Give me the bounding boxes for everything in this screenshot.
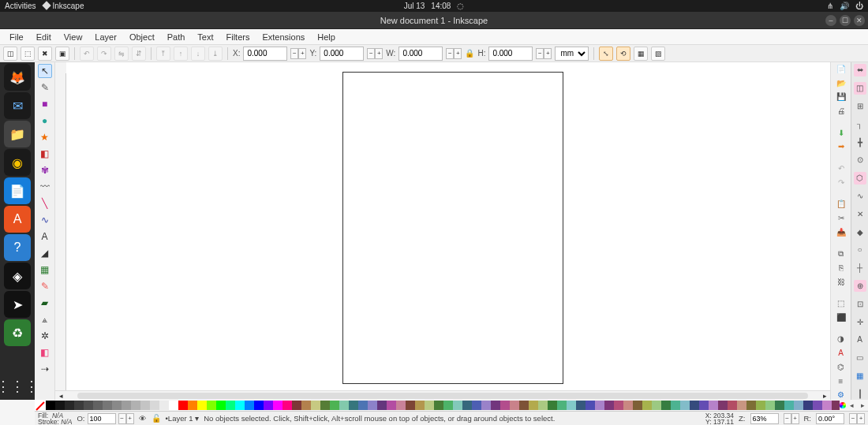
color-swatch[interactable] (737, 401, 746, 410)
color-swatch[interactable] (131, 401, 140, 410)
rotation-input[interactable] (816, 413, 844, 424)
rotate-cw-button[interactable]: ↷ (97, 47, 111, 61)
color-swatch[interactable] (652, 401, 661, 410)
connector-tool[interactable]: ⇢ (38, 362, 52, 376)
snap-cusp-button[interactable]: ◆ (854, 226, 866, 238)
eraser-tool[interactable]: ◧ (38, 345, 52, 360)
opacity-input[interactable] (88, 413, 116, 424)
flip-v-button[interactable]: ⇵ (132, 47, 146, 61)
snap-corner-button[interactable]: ┐ (854, 117, 866, 130)
tweak-tool[interactable]: ⟁ (38, 312, 52, 326)
dock-rhythmbox[interactable]: ◉ (4, 149, 31, 176)
dock-files[interactable]: 📁 (4, 121, 31, 147)
current-app[interactable]: Inkscape (43, 2, 84, 10)
color-swatch[interactable] (462, 401, 472, 410)
color-swatch[interactable] (122, 401, 131, 410)
import-button[interactable]: ⬇ (835, 128, 847, 138)
activities-button[interactable]: Activities (5, 2, 36, 10)
box3d-tool[interactable]: ◧ (38, 147, 52, 161)
color-swatch[interactable] (746, 401, 756, 410)
color-swatch[interactable] (216, 401, 226, 410)
select-all-button[interactable]: ⬚ (21, 47, 35, 61)
no-fill-swatch[interactable] (35, 400, 46, 411)
color-swatch[interactable] (339, 401, 349, 410)
color-swatch[interactable] (140, 401, 150, 410)
move-patterns-button[interactable]: ▨ (651, 47, 665, 61)
unit-select[interactable]: mm (555, 47, 589, 61)
color-swatch[interactable] (538, 401, 548, 410)
color-swatch[interactable] (557, 401, 567, 410)
color-swatch[interactable] (661, 401, 671, 410)
fill-stroke-button[interactable]: ◑ (835, 334, 847, 344)
color-swatch[interactable] (254, 401, 264, 410)
color-swatch[interactable] (112, 401, 122, 410)
zoom-stepper[interactable]: −+ (784, 413, 799, 424)
clone-button[interactable]: ⎘ (835, 263, 847, 273)
new-doc-button[interactable]: 📄 (835, 64, 847, 74)
text-tool[interactable]: A (38, 229, 52, 244)
color-swatch[interactable] (567, 401, 576, 410)
dock-inkscape[interactable]: ◈ (4, 263, 31, 289)
undo-button[interactable]: ↶ (835, 163, 847, 173)
color-swatch[interactable] (320, 401, 330, 410)
color-swatch[interactable] (822, 401, 832, 410)
snap-nodes-button[interactable]: ⬡ (854, 172, 866, 185)
color-swatch[interactable] (633, 401, 642, 410)
paste-button[interactable]: 📥 (835, 227, 847, 237)
unlink-clone-button[interactable]: ⛓ (835, 277, 847, 287)
snap-line-mid-button[interactable]: ┼ (854, 262, 866, 274)
snap-center-button[interactable]: ⊙ (854, 154, 866, 166)
network-icon[interactable]: ⋔ (827, 2, 833, 10)
x-stepper[interactable]: −+ (290, 48, 306, 59)
color-swatch[interactable] (519, 401, 529, 410)
paintbucket-tool[interactable]: ▰ (38, 296, 52, 310)
dock-thunderbird[interactable]: ✉ (4, 92, 31, 119)
copy-button[interactable]: 📋 (835, 199, 847, 209)
color-swatch[interactable] (803, 401, 813, 410)
spray-tool[interactable]: ✲ (38, 329, 52, 343)
color-swatch[interactable] (93, 401, 103, 410)
raise-button[interactable]: ↑ (174, 47, 188, 61)
star-tool[interactable]: ★ (38, 130, 52, 144)
snap-enable-button[interactable]: ⬌ (854, 64, 866, 76)
menu-layer[interactable]: Layer (88, 31, 123, 43)
opacity-stepper[interactable]: −+ (118, 413, 134, 424)
color-swatch[interactable] (415, 401, 425, 410)
color-swatch[interactable] (481, 401, 491, 410)
horizontal-scrollbar[interactable]: ◂▸ (55, 390, 830, 400)
color-swatch[interactable] (443, 401, 453, 410)
menu-filters[interactable]: Filters (220, 31, 256, 43)
dock-software[interactable]: A (4, 206, 31, 233)
color-swatch[interactable] (349, 401, 358, 410)
color-swatch[interactable] (178, 401, 188, 410)
menu-help[interactable]: Help (311, 31, 342, 43)
color-swatch[interactable] (282, 401, 292, 410)
color-swatch[interactable] (718, 401, 728, 410)
ruler-origin[interactable] (55, 62, 66, 73)
snap-rotation-center-button[interactable]: ✛ (854, 315, 866, 328)
color-swatch[interactable] (301, 401, 311, 410)
color-swatch[interactable] (159, 401, 169, 410)
spiral-tool[interactable]: ✾ (38, 163, 52, 177)
color-swatch[interactable] (292, 401, 301, 410)
canvas[interactable] (66, 73, 830, 390)
menu-extensions[interactable]: Extensions (256, 31, 311, 43)
minimize-button[interactable]: – (825, 15, 836, 26)
cut-button[interactable]: ✂ (835, 213, 847, 223)
h-stepper[interactable]: −+ (536, 48, 552, 59)
menu-path[interactable]: Path (161, 31, 192, 43)
color-swatch[interactable] (491, 401, 500, 410)
color-swatch[interactable] (510, 401, 519, 410)
calligraphy-tool[interactable]: ∿ (38, 213, 52, 227)
gradient-tool[interactable]: ◢ (38, 246, 52, 260)
dock-firefox[interactable]: 🦊 (4, 64, 31, 91)
snap-edge-button[interactable]: ⊞ (854, 100, 866, 113)
color-swatch[interactable] (358, 401, 368, 410)
color-swatch[interactable] (226, 401, 235, 410)
color-swatch[interactable] (245, 401, 254, 410)
ellipse-tool[interactable]: ● (38, 114, 52, 128)
group-button[interactable]: ⬚ (835, 298, 847, 308)
dock-trash[interactable]: ♻ (4, 319, 31, 346)
preferences-button[interactable]: ⚙ (835, 390, 847, 400)
color-swatch[interactable] (55, 401, 65, 410)
